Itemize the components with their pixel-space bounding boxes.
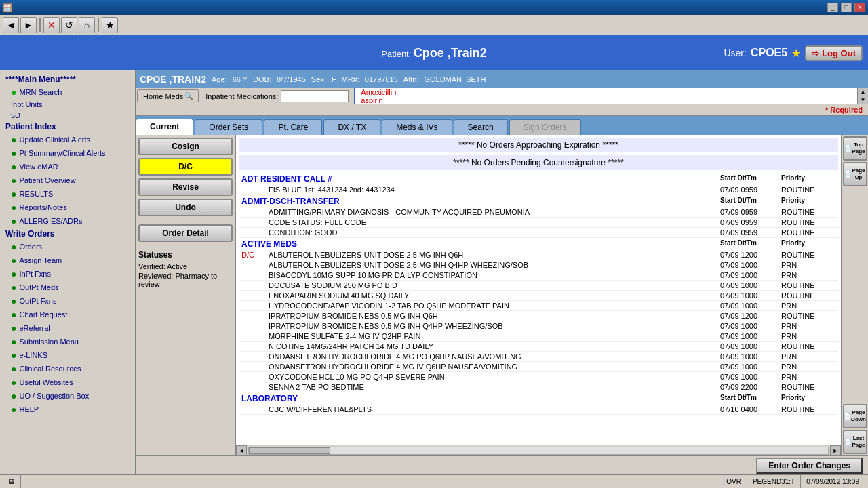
back-button[interactable]: ◄: [3, 17, 19, 33]
tab-current[interactable]: Current: [136, 119, 193, 135]
scroll-left-button[interactable]: ◄: [236, 445, 247, 456]
sidebar-item-submission-menu[interactable]: ● Submission Menu: [0, 335, 135, 348]
tab-dx-tx[interactable]: DX / TX: [323, 119, 380, 135]
user-label: User:: [724, 47, 746, 58]
sidebar-item-clinical-resources[interactable]: ● Clinical Resources: [0, 362, 135, 375]
order-row[interactable]: NICOTINE 14MG/24HR PATCH 14 MG TD DAILY …: [239, 342, 838, 352]
sidebar-5d[interactable]: 5D: [0, 110, 135, 121]
home-meds-button[interactable]: Home Meds 🔍: [137, 89, 199, 102]
order-indicator: [241, 383, 269, 391]
mr-value: 01797815: [365, 75, 398, 83]
sidebar-item-useful-websites[interactable]: ● Useful Websites: [0, 375, 135, 389]
tab-meds-ivs[interactable]: Meds & IVs: [382, 119, 452, 135]
sidebar-main-menu[interactable]: ****Main Menu*****: [0, 73, 135, 85]
order-row[interactable]: ADMITTING/PRIMARY DIAGNOSIS - COMMUNITY …: [239, 207, 838, 218]
sidebar-item-patient-overview[interactable]: ● Patient Overview: [0, 174, 135, 187]
order-priority: PRN: [781, 363, 835, 371]
home-meds-label: Home Meds: [143, 92, 183, 100]
order-indicator: D/C: [241, 251, 269, 259]
allergies-scroll[interactable]: ▲ ▼: [857, 88, 868, 104]
refresh-button[interactable]: ↺: [61, 17, 77, 33]
sidebar-item-inpt-fxns[interactable]: ● InPt Fxns: [0, 267, 135, 281]
tab-order-sets[interactable]: Order Sets: [195, 119, 262, 135]
logout-button[interactable]: ⇨ Log Out: [805, 45, 863, 61]
section-title-adt[interactable]: ADT RESIDENT CALL #: [241, 174, 720, 184]
order-row[interactable]: OXYCODONE HCL 10 MG PO Q4HP SEVERE PAIN …: [239, 372, 838, 382]
section-header-adt: ADT RESIDENT CALL # Start Dt/Tm Priority: [239, 173, 838, 185]
sidebar-mrn-search[interactable]: ● MRN Search: [0, 85, 135, 99]
home-button[interactable]: ⌂: [79, 17, 95, 33]
required-badge: * Required: [136, 104, 868, 116]
order-row[interactable]: ONDANSETRON HYDROCHLORIDE 4 MG PO Q6HP N…: [239, 352, 838, 362]
order-row[interactable]: SENNA 2 TAB PO BEDTIME 07/09 2200 ROUTIN…: [239, 382, 838, 392]
order-row[interactable]: CODE STATUS: FULL CODE 07/09 0959 ROUTIN…: [239, 218, 838, 228]
order-row[interactable]: ALBUTEROL NEBULIZERS-UNIT DOSE 2.5 MG IN…: [239, 260, 838, 270]
stop-button[interactable]: ✕: [43, 17, 60, 33]
cosign-button[interactable]: Cosign: [138, 138, 233, 155]
order-row[interactable]: BISACODYL 10MG SUPP 10 MG PR DAILYP CONS…: [239, 270, 838, 281]
sidebar-inpt-units[interactable]: Inpt Units: [0, 99, 135, 110]
scroll-thumb[interactable]: [249, 447, 330, 454]
order-row[interactable]: CBC W/DIFFERENTIAL&PLTS 07/10 0400 ROUTI…: [239, 405, 838, 415]
tab-pt-care[interactable]: Pt. Care: [264, 119, 322, 135]
page-icon: 📄: [844, 413, 851, 420]
sidebar-item-update-alerts[interactable]: ● Update Clinical Alerts: [0, 133, 135, 146]
order-priority: PRN: [781, 332, 835, 340]
sidebar-item-pt-summary[interactable]: ● Pt Summary/Clincal Alerts: [0, 146, 135, 160]
sidebar-item-emar[interactable]: ● View eMAR: [0, 160, 135, 174]
sidebar-item-orders[interactable]: ● Orders: [0, 240, 135, 253]
scroll-up-icon: ▲: [858, 88, 868, 96]
sidebar-item-label: Patient Overview: [19, 176, 75, 184]
page-down-button[interactable]: 📄 PageDown: [843, 404, 867, 428]
order-row[interactable]: ONDANSETRON HYDROCHLORIDE 4 MG IV Q6HP N…: [239, 362, 838, 372]
order-row[interactable]: CONDITION: GOOD 07/09 0959 ROUTINE: [239, 228, 838, 238]
top-page-button[interactable]: 📄 TopPage: [843, 136, 867, 161]
order-detail-button[interactable]: Order Detail: [138, 224, 233, 242]
section-title-active-meds[interactable]: ACTIVE MEDS: [241, 239, 720, 249]
last-page-button[interactable]: 📄 LastPage: [843, 430, 867, 454]
sidebar-item-label: View eMAR: [19, 163, 58, 171]
sidebar-write-orders[interactable]: Write Orders: [0, 228, 135, 240]
sidebar-item-allergies[interactable]: ● ALLERGIES/ADRs: [0, 214, 135, 228]
sidebar-item-ereferral[interactable]: ● eReferral: [0, 321, 135, 335]
order-row[interactable]: D/C ALBUTEROL NEBULIZERS-UNIT DOSE 2.5 M…: [239, 250, 838, 260]
page-up-button[interactable]: 📄 PageUp: [843, 162, 867, 186]
dc-button[interactable]: D/C: [138, 158, 233, 176]
undo-button[interactable]: Undo: [138, 199, 233, 216]
order-row[interactable]: ENOXAPARIN SODIUM 40 MG SQ DAILY 07/09 1…: [239, 291, 838, 301]
bullet-icon: ●: [11, 268, 16, 279]
order-row[interactable]: MORPHINE SULFATE 2-4 MG IV Q2HP PAIN 07/…: [239, 331, 838, 342]
sidebar-item-label: HELP: [19, 405, 39, 413]
inpatient-meds-input[interactable]: [281, 90, 349, 102]
order-row[interactable]: DOCUSATE SODIUM 250 MG PO BID 07/09 1000…: [239, 281, 838, 291]
horizontal-scrollbar[interactable]: ◄ ►: [236, 445, 841, 455]
minimize-button[interactable]: _: [827, 3, 838, 12]
section-title-laboratory[interactable]: LABORATORY: [241, 394, 720, 403]
bookmark-button[interactable]: ★: [102, 17, 118, 33]
sidebar-patient-index[interactable]: Patient Index: [0, 121, 135, 133]
section-title-admit[interactable]: ADMIT-DSCH-TRANSFER: [241, 197, 720, 206]
forward-button[interactable]: ►: [20, 17, 37, 33]
enter-order-changes-button[interactable]: Enter Order Changes: [756, 458, 863, 474]
close-button[interactable]: ✕: [854, 3, 865, 12]
sidebar-item-help[interactable]: ● HELP: [0, 403, 135, 416]
order-row[interactable]: IPRATROPIUM BROMIDE NEBS 0.5 MG INH Q4HP…: [239, 321, 838, 331]
maximize-button[interactable]: □: [841, 3, 852, 12]
scroll-right-button[interactable]: ►: [830, 445, 841, 456]
sidebar-item-results[interactable]: ● RESULTS: [0, 187, 135, 201]
sidebar-item-outpt-fxns[interactable]: ● OutPt Fxns: [0, 294, 135, 308]
sidebar-item-reports[interactable]: ● Reports/Notes: [0, 201, 135, 214]
sidebar-item-uo-suggestion[interactable]: ● UO / Suggestion Box: [0, 389, 135, 403]
sidebar-item-chart-request[interactable]: ● Chart Request: [0, 308, 135, 321]
revise-button[interactable]: Revise: [138, 178, 233, 196]
sidebar-item-outpt-meds[interactable]: ● OutPt Meds: [0, 281, 135, 294]
statuses-label: Statuses: [138, 250, 233, 260]
order-row[interactable]: FIS BLUE 1st: 4431234 2nd: 4431234 07/09…: [239, 185, 838, 195]
order-row[interactable]: IPRATROPIUM BROMIDE NEBS 0.5 MG INH Q6H …: [239, 311, 838, 321]
scroll-track[interactable]: [248, 447, 829, 455]
favorite-icon[interactable]: ★: [791, 47, 801, 60]
tab-search[interactable]: Search: [454, 119, 508, 135]
sidebar-item-elinks[interactable]: ● e-LINKS: [0, 348, 135, 362]
sidebar-item-assign-team[interactable]: ● Assign Team: [0, 253, 135, 267]
order-row[interactable]: HYDROCODONE/APAP VICODIN 1-2 TAB PO Q6HP…: [239, 301, 838, 311]
